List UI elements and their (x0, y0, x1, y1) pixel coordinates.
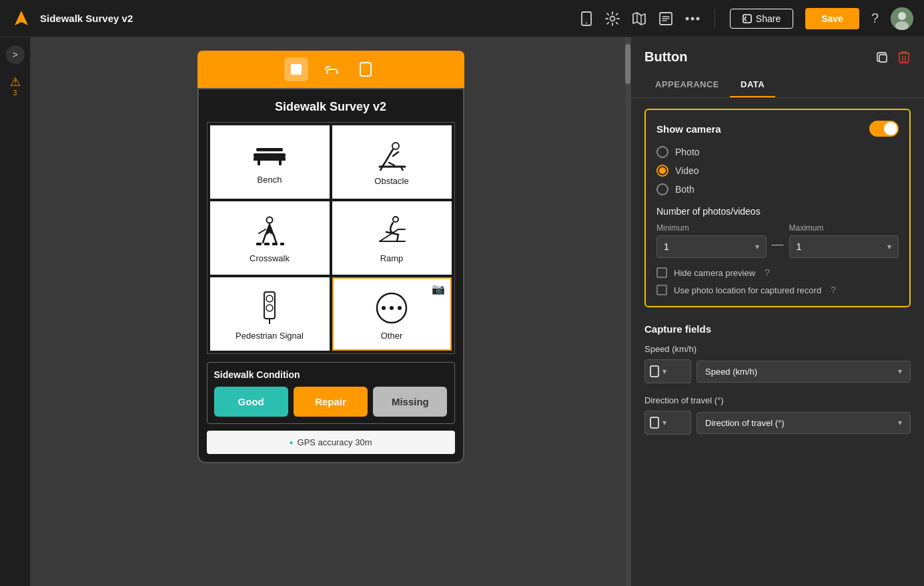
radio-photo-label: Photo (675, 147, 700, 157)
sidebar-toggle[interactable]: > (6, 45, 25, 64)
svg-point-19 (392, 143, 399, 149)
panel-header-icons (875, 50, 911, 65)
grid-cell-crosswalk[interactable]: Crosswalk (210, 201, 330, 275)
grid-cell-bench[interactable]: Bench (210, 125, 330, 199)
tab-appearance[interactable]: APPEARANCE (644, 73, 730, 97)
divider (715, 9, 715, 28)
grid-cell-ramp[interactable]: Ramp (332, 201, 452, 275)
canvas-area: Sidewalk Survey v2 (31, 37, 630, 586)
grid-label-bench: Bench (258, 175, 282, 185)
svg-rect-27 (280, 243, 284, 245)
toolbar-square-btn[interactable] (284, 57, 308, 81)
svg-point-36 (398, 306, 402, 310)
capture-section: Capture fields Speed (km/h) ▾ Speed (km/… (644, 323, 911, 447)
svg-point-2 (586, 22, 587, 23)
radio-both[interactable]: Both (656, 183, 899, 195)
grid-label-signal: Pedestrian Signal (236, 331, 304, 341)
grid-cell-other[interactable]: 📷 Other (332, 277, 452, 351)
toolbar-phone-btn[interactable] (354, 57, 378, 81)
edit-icon[interactable] (658, 11, 673, 26)
scroll-thumb (625, 44, 630, 84)
more-icon[interactable] (685, 17, 700, 21)
avatar (891, 7, 913, 30)
canvas-scroll[interactable]: Sidewalk Survey v2 (31, 37, 630, 586)
svg-rect-24 (256, 243, 262, 245)
panel-content: Show camera Photo Video (631, 98, 924, 457)
map-icon[interactable] (632, 11, 646, 26)
condition-good-btn[interactable]: Good (214, 387, 288, 417)
radio-both-outer (656, 183, 668, 195)
bench-icon (251, 143, 288, 169)
speed-type-select[interactable]: ▾ (644, 359, 691, 383)
svg-rect-26 (272, 243, 278, 245)
condition-missing-btn[interactable]: Missing (373, 387, 447, 417)
tab-data[interactable]: DATA (730, 73, 775, 97)
panel-title: Button (644, 49, 687, 65)
direction-field-row: ▾ Direction of travel (°) ▾ (644, 411, 911, 435)
speed-field-label: Speed (km/h) (644, 344, 911, 354)
speed-field-group: Speed (km/h) ▾ Speed (km/h) ▾ (644, 344, 911, 383)
photo-location-checkbox[interactable] (656, 285, 667, 295)
camera-section: Show camera Photo Video (644, 109, 911, 307)
toolbar-link-btn[interactable] (319, 57, 343, 81)
condition-title: Sidewalk Condition (214, 369, 448, 380)
speed-dropdown-chevron: ▾ (898, 367, 902, 376)
radio-both-label: Both (675, 184, 695, 195)
condition-buttons: Good Repair Missing (214, 387, 448, 417)
help-icon[interactable]: ? (871, 11, 879, 26)
svg-point-10 (898, 12, 906, 20)
svg-rect-39 (899, 53, 909, 63)
phone-title: Sidewalk Survey v2 (199, 89, 463, 122)
svg-point-3 (610, 16, 614, 21)
share-button[interactable]: Share (730, 9, 793, 29)
warning-badge[interactable]: ⚠ 3 (10, 75, 21, 97)
show-camera-toggle[interactable] (869, 121, 899, 137)
signal-icon (256, 291, 283, 325)
direction-field-group: Direction of travel (°) ▾ Direction of t… (644, 395, 911, 435)
svg-rect-17 (254, 157, 286, 161)
speed-field-row: ▾ Speed (km/h) ▾ (644, 359, 911, 383)
svg-rect-12 (291, 64, 302, 75)
camera-section-header: Show camera (656, 121, 899, 137)
grid-label-obstacle: Obstacle (374, 176, 408, 186)
crosswalk-icon (252, 216, 287, 248)
direction-field-label: Direction of travel (°) (644, 395, 911, 405)
grid-cell-signal[interactable]: Pedestrian Signal (210, 277, 330, 351)
canvas-scrollbar[interactable] (625, 37, 630, 586)
svg-rect-13 (360, 63, 371, 76)
gear-icon[interactable] (605, 11, 620, 26)
svg-point-35 (390, 306, 394, 310)
photo-location-label: Use photo location for captured record (674, 285, 821, 295)
checkbox-hide-preview[interactable]: Hide camera preview ? (656, 267, 899, 278)
delete-icon[interactable] (897, 50, 911, 65)
min-select[interactable]: 1 ▾ (656, 235, 767, 258)
gps-text: GPS accuracy 30m (298, 437, 372, 447)
direction-type-chevron: ▾ (662, 418, 666, 427)
duplicate-icon[interactable] (875, 50, 889, 65)
radio-video-inner (659, 167, 666, 174)
mobile-icon[interactable] (580, 11, 593, 26)
direction-type-select[interactable]: ▾ (644, 411, 691, 435)
hide-preview-help[interactable]: ? (765, 267, 770, 278)
speed-dropdown[interactable]: Speed (km/h) ▾ (697, 361, 911, 383)
min-max-row: Minimum 1 ▾ — Maximum 1 ▾ (656, 223, 899, 258)
grid-cell-obstacle[interactable]: Obstacle (332, 125, 452, 199)
svg-point-31 (266, 305, 273, 311)
checkbox-group: Hide camera preview ? Use photo location… (656, 267, 899, 295)
svg-rect-40 (650, 366, 658, 377)
gps-bar: ● GPS accuracy 30m (207, 431, 455, 454)
photo-location-help[interactable]: ? (831, 285, 836, 295)
condition-repair-btn[interactable]: Repair (294, 387, 368, 417)
hide-preview-checkbox[interactable] (656, 267, 667, 278)
min-chevron: ▾ (755, 242, 759, 251)
checkbox-use-photo-location[interactable]: Use photo location for captured record ? (656, 285, 899, 295)
direction-dropdown[interactable]: Direction of travel (°) ▾ (697, 412, 911, 434)
radio-video[interactable]: Video (656, 165, 899, 177)
max-select[interactable]: 1 ▾ (789, 235, 899, 258)
camera-radio-group: Photo Video Both (656, 146, 899, 195)
obstacle-icon (374, 141, 409, 171)
save-button[interactable]: Save (805, 8, 859, 29)
svg-point-6 (690, 17, 694, 20)
radio-photo[interactable]: Photo (656, 146, 899, 158)
grid-label-other: Other (381, 331, 403, 341)
